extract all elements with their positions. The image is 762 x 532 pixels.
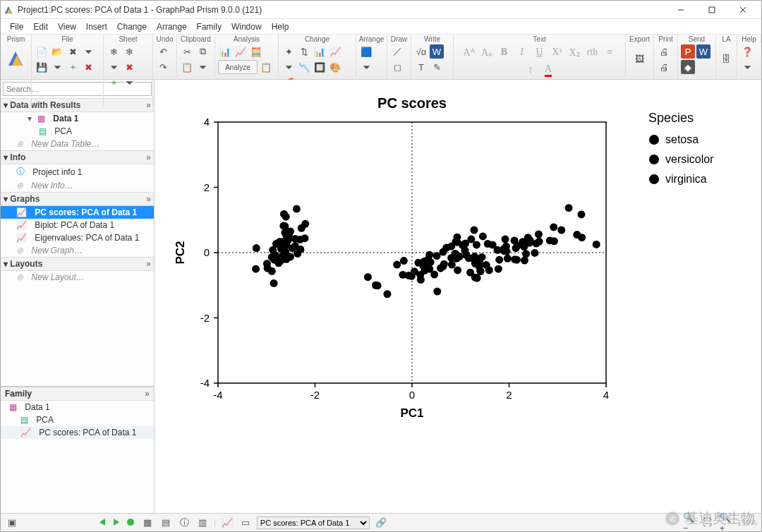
menu-insert[interactable]: Insert — [81, 20, 112, 33]
close-button[interactable] — [727, 1, 758, 19]
view-reorder-icon[interactable]: ▥ — [195, 516, 210, 530]
close-file-icon[interactable]: ✖ — [66, 44, 80, 59]
menu-view[interactable]: View — [53, 20, 81, 33]
dup-sheet-icon[interactable]: ❄ — [122, 44, 136, 59]
nav-play-icon[interactable] — [112, 518, 122, 528]
link-icon[interactable]: 🔗 — [374, 516, 388, 530]
help-icon[interactable]: ❓ — [740, 44, 754, 59]
align-icon[interactable]: ≡ — [603, 44, 618, 60]
print-dd-icon[interactable]: 🖨 — [657, 60, 671, 74]
change-8-icon[interactable]: 🎨 — [328, 60, 342, 74]
tree-item-new-layout[interactable]: ⊕ New Layout… — [1, 271, 154, 284]
redo-icon[interactable]: ↷ — [156, 60, 170, 74]
subscript-icon[interactable]: Aₐ — [479, 44, 495, 60]
text-tool-icon[interactable]: T — [414, 60, 428, 74]
italic-icon[interactable]: I — [514, 44, 530, 60]
open-file-icon[interactable]: 📂 — [50, 44, 64, 59]
sheet-dd-icon[interactable]: ⏷ — [107, 60, 121, 74]
nav-first-icon[interactable] — [98, 518, 108, 528]
write-w-icon[interactable]: W — [430, 44, 444, 59]
view-info-icon[interactable]: ⓘ — [177, 516, 191, 530]
pencil-icon[interactable]: ✎ — [430, 60, 444, 74]
delete-icon[interactable]: ✖ — [81, 60, 95, 74]
cut-icon[interactable]: ✂ — [180, 44, 194, 59]
undo-icon[interactable]: ↶ — [156, 44, 170, 59]
family-item[interactable]: 📈 PC scores: PCA of Data 1 — [1, 426, 154, 439]
sheet-selector[interactable]: PC scores: PCA of Data 1 — [257, 516, 370, 529]
change-7-icon[interactable]: 🔲 — [313, 60, 327, 74]
analysis-list-icon[interactable]: 📋 — [259, 60, 273, 74]
change-5-icon[interactable]: ⏷ — [282, 60, 296, 74]
font-color-icon[interactable]: A — [540, 62, 556, 78]
save-icon[interactable]: 💾 — [35, 60, 49, 74]
change-2-icon[interactable]: ⇅ — [297, 44, 311, 59]
la-icon[interactable]: 🗄 — [719, 44, 734, 73]
prism-icon[interactable] — [4, 44, 28, 73]
change-4-icon[interactable]: 📈 — [328, 44, 342, 59]
saveas-icon[interactable]: ⏷ — [50, 60, 64, 74]
paste-dd-icon[interactable]: ⏷ — [195, 60, 210, 74]
arrange-1-icon[interactable]: 🟦 — [359, 44, 373, 59]
add-icon[interactable]: ＋ — [66, 60, 80, 74]
section-layouts[interactable]: ▾ Layouts» — [1, 257, 154, 271]
status-sheet-icon[interactable]: ▣ — [5, 516, 19, 530]
family-item[interactable]: ▦ Data 1 — [1, 401, 154, 413]
tree-item-pca[interactable]: ▤ PCA — [1, 125, 154, 138]
change-3-icon[interactable]: 📊 — [313, 44, 327, 59]
minimize-button[interactable] — [665, 1, 696, 19]
send-other-icon[interactable]: ◆ — [681, 60, 695, 74]
tree-item-graph-eigen[interactable]: 📈 Eigenvalues: PCA of Data 1 — [1, 231, 154, 244]
draw-line-icon[interactable]: ／ — [390, 44, 404, 59]
bold-icon[interactable]: B — [497, 44, 512, 60]
family-header[interactable]: Family» — [1, 387, 154, 401]
view-graph-icon[interactable]: 📈 — [220, 516, 234, 530]
new-file-icon[interactable]: 📄 — [35, 44, 49, 59]
menu-file[interactable]: File — [5, 20, 28, 33]
sub2-icon[interactable]: X₂ — [567, 44, 583, 60]
menu-arrange[interactable]: Arrange — [152, 20, 192, 33]
tree-item-new-graph[interactable]: ⊕ New Graph… — [1, 244, 154, 257]
tree-item-graph-biplot[interactable]: 📈 Biplot: PCA of Data 1 — [1, 219, 154, 231]
export-icon[interactable]: 🖼 — [629, 44, 651, 73]
analysis-a-icon[interactable]: 📊 — [218, 44, 232, 59]
underline-icon[interactable]: U — [532, 44, 548, 60]
new-sheet-icon[interactable]: ❄ — [107, 44, 121, 59]
help-dd-icon[interactable]: ⏷ — [740, 60, 754, 74]
arrange-2-icon[interactable]: ⏷ — [359, 60, 373, 74]
del-sheet-icon[interactable]: ✖ — [122, 60, 136, 74]
view-results-icon[interactable]: ▤ — [159, 516, 173, 530]
view-data-icon[interactable]: ▦ — [140, 516, 155, 530]
recent-icon[interactable]: ⏷ — [81, 44, 95, 59]
copy-icon[interactable]: ⧉ — [195, 44, 210, 59]
menu-change[interactable]: Change — [112, 20, 152, 33]
menu-family[interactable]: Family — [192, 20, 226, 33]
send-word-icon[interactable]: W — [696, 44, 710, 59]
sheet-dd2-icon[interactable]: ⏷ — [122, 75, 136, 90]
graph-canvas[interactable]: PC scores-4-2024-4-2024PC1PC2Speciesseto… — [155, 80, 761, 513]
strike-icon[interactable]: X² — [550, 44, 565, 60]
change-1-icon[interactable]: ✦ — [282, 44, 296, 59]
sheet-add-icon[interactable]: ＋ — [107, 75, 121, 90]
tree-item-projinfo[interactable]: ⓘ Project info 1 — [1, 164, 154, 179]
tree-item-graph-pcscores[interactable]: 📈 PC scores: PCA of Data 1 — [1, 206, 154, 219]
draw-shape-icon[interactable]: ◻ — [390, 60, 404, 74]
section-graphs[interactable]: ▾ Graphs» — [1, 192, 154, 206]
paste-icon[interactable]: 📋 — [180, 60, 194, 74]
family-item[interactable]: ▤ PCA — [1, 413, 154, 426]
analysis-b-icon[interactable]: 📈 — [234, 44, 248, 59]
fontsize-inc-icon[interactable]: rth — [585, 44, 600, 60]
analysis-c-icon[interactable]: 🧮 — [249, 44, 263, 59]
print-icon[interactable]: 🖨 — [657, 44, 671, 59]
tree-item-new-data[interactable]: ⊕ New Data Table… — [1, 138, 154, 150]
analyze-button[interactable]: Analyze — [218, 60, 258, 74]
tree-item-data1[interactable]: ▾▦ Data 1 — [1, 112, 154, 125]
view-layout-icon[interactable]: ▭ — [238, 516, 253, 530]
menu-window[interactable]: Window — [226, 20, 267, 33]
superscript-icon[interactable]: Aᴬ — [461, 44, 477, 60]
menu-help[interactable]: Help — [267, 20, 294, 33]
send-ppt-icon[interactable]: P — [681, 44, 695, 59]
nav-add-icon[interactable] — [126, 518, 136, 528]
change-6-icon[interactable]: 📉 — [297, 60, 311, 74]
tree-item-new-info[interactable]: ⊕ New Info… — [1, 179, 154, 192]
menu-edit[interactable]: Edit — [28, 20, 53, 33]
